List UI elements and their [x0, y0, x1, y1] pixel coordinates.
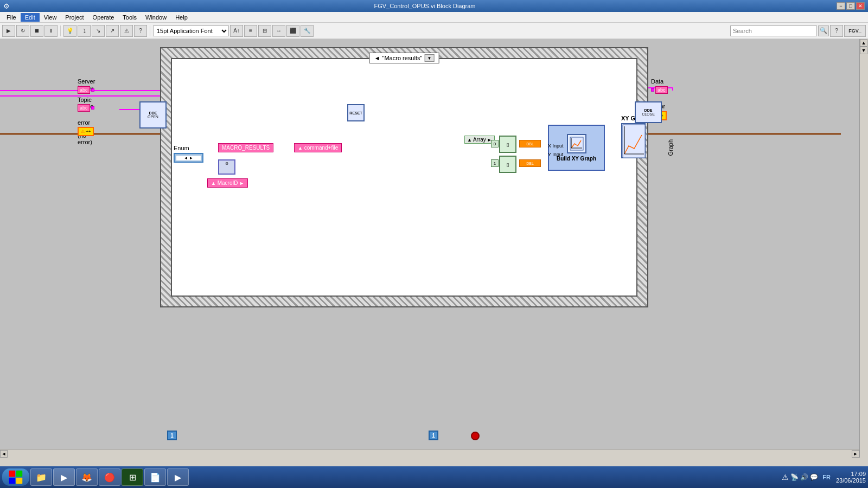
run-continuously-button[interactable]: ↻	[16, 25, 29, 37]
menu-project[interactable]: Project	[61, 13, 88, 22]
const-zero: 0	[491, 140, 499, 147]
data-port	[651, 88, 654, 92]
index-array-block-2: []	[499, 156, 516, 173]
y-input-label: Y Input	[548, 152, 563, 157]
macro-results-block: MACRO_RESULTS	[218, 143, 273, 152]
minimize-button[interactable]: −	[837, 2, 845, 10]
maximize-button[interactable]: □	[846, 2, 855, 10]
taskbar-play2[interactable]: ▶	[167, 468, 189, 486]
macroid-label: ▲ MacroID ►	[207, 178, 248, 188]
step-out-button[interactable]: ↗	[106, 25, 119, 37]
topic-name-port	[91, 106, 94, 110]
svg-rect-27	[9, 478, 15, 484]
canvas-area: ◄ "Macro results" ▼ MACRO_RESULTS ▲ comm…	[0, 39, 859, 458]
scroll-right-button[interactable]: ►	[852, 450, 859, 458]
taskbar-player[interactable]: ▶	[53, 468, 75, 486]
subvi-inner-block: ⚙	[218, 159, 235, 175]
tray-icon-3[interactable]: 🔊	[800, 473, 808, 481]
clock: 17:09 23/06/2015	[836, 471, 866, 484]
macro-header: ◄ "Macro results" ▼	[369, 53, 439, 63]
search-input[interactable]	[730, 25, 817, 36]
reorder-button[interactable]: ⬛	[286, 25, 299, 37]
scroll-up-button[interactable]: ▲	[860, 39, 867, 47]
system-tray: ⚠ 📡 🔊 💬	[782, 473, 818, 481]
enum-block: ◄ ►	[174, 153, 203, 163]
taskbar: 📁 ▶ 🦊 🔴 ⊞ 📄 ▶ ⚠ 📡 🔊 💬 FR 17:09 23/06/201…	[0, 466, 868, 488]
array-label: ▲ Array ►	[464, 136, 495, 144]
const-one: 1	[491, 159, 499, 167]
taskbar-pdf[interactable]: 📄	[144, 468, 166, 486]
macro-results-label: MACRO_RESULTS	[218, 143, 273, 152]
abort-button[interactable]: ⏹	[30, 25, 43, 37]
help-icon-button[interactable]: ?	[830, 25, 843, 37]
clock-time: 17:09	[836, 471, 866, 477]
reset-block: RESET	[347, 104, 365, 121]
stop-indicator	[471, 432, 480, 440]
position-indicator-center: 1	[429, 431, 438, 440]
fgv-label: FGV_	[844, 25, 866, 37]
step-into-button[interactable]: ↘	[92, 25, 105, 37]
font-size-up[interactable]: A↑	[230, 25, 243, 37]
tray-icon-1[interactable]: ⚠	[782, 473, 789, 481]
menu-tools[interactable]: Tools	[118, 13, 141, 22]
context-help-button[interactable]: ?	[134, 25, 147, 37]
tray-icon-4[interactable]: 💬	[810, 473, 818, 481]
window-title: FGV_Control_OPUS.vi Block Diagram	[13, 3, 837, 9]
svg-rect-28	[16, 478, 22, 484]
server-name-port	[91, 88, 94, 92]
search-button[interactable]: 🔍	[818, 25, 829, 36]
step-over-button[interactable]: ⤵	[78, 25, 91, 37]
warn-button[interactable]: ⚠	[120, 25, 133, 37]
svg-rect-26	[16, 471, 22, 477]
align-button[interactable]: ≡	[244, 25, 257, 37]
topic-name-indicator: abc	[78, 104, 94, 112]
main-diagram-block: ◄ "Macro results" ▼ MACRO_RESULTS ▲ comm…	[160, 47, 648, 307]
menu-window[interactable]: Window	[141, 13, 171, 22]
scrollbar-right[interactable]: ▲ ▼	[859, 39, 868, 458]
start-button[interactable]	[2, 468, 29, 486]
menu-view[interactable]: View	[40, 13, 61, 22]
dropdown-button[interactable]: ▼	[424, 54, 434, 62]
font-selector[interactable]: 15pt Application Font	[153, 25, 229, 36]
svg-rect-22	[623, 125, 645, 158]
taskbar-labview[interactable]: ⊞	[122, 468, 143, 486]
command-file-block: ▲ command+file	[294, 143, 342, 152]
xy-graph-block	[621, 123, 646, 158]
taskbar-edge[interactable]: 🔴	[99, 468, 120, 486]
position-indicator-left: 1	[167, 431, 177, 440]
to-double-block-1: DBL	[519, 140, 541, 147]
menu-help[interactable]: Help	[171, 13, 192, 22]
macro-title: "Macro results"	[382, 55, 423, 61]
distribute-button[interactable]: ⊟	[258, 25, 271, 37]
data-output: abc	[651, 86, 668, 94]
error-in-indicator: ⚠ + +	[78, 127, 94, 136]
dde-open-block: DDE OPEN	[139, 101, 167, 129]
separator-1	[60, 25, 61, 36]
clock-date: 23/06/2015	[836, 477, 866, 484]
taskbar-explorer[interactable]: 📁	[30, 468, 52, 486]
run-button[interactable]: ▶	[2, 25, 15, 37]
highlight-button[interactable]: 💡	[63, 25, 76, 37]
title-bar: ⚙ FGV_Control_OPUS.vi Block Diagram − □ …	[0, 0, 868, 12]
topic-name-value: abc	[78, 104, 90, 112]
cleanup-button[interactable]: 🔧	[301, 25, 314, 37]
menu-operate[interactable]: Operate	[88, 13, 119, 22]
app-icon: ⚙	[3, 2, 10, 10]
taskbar-firefox[interactable]: 🦊	[76, 468, 98, 486]
macroid-block: ▲ MacroID ►	[207, 178, 248, 188]
resize-button[interactable]: ↔	[272, 25, 285, 37]
tray-icon-2[interactable]: 📡	[790, 473, 799, 481]
pause-button[interactable]: ⏸	[44, 25, 58, 37]
menu-edit[interactable]: Edit	[21, 13, 40, 22]
menu-bar: File Edit View Project Operate Tools Win…	[0, 12, 868, 23]
separator-2	[150, 25, 150, 36]
scrollbar-bottom[interactable]: ◄ ►	[0, 449, 859, 458]
close-button[interactable]: ✕	[856, 2, 865, 10]
toolbar: ▶ ↻ ⏹ ⏸ 💡 ⤵ ↘ ↗ ⚠ ? 15pt Application Fon…	[0, 23, 868, 39]
scroll-down-button[interactable]: ▼	[860, 47, 867, 54]
graph-label: Graph	[667, 139, 674, 156]
server-name-value: abc	[78, 86, 90, 94]
window-controls: − □ ✕	[837, 2, 865, 10]
scroll-left-button[interactable]: ◄	[0, 450, 8, 458]
menu-file[interactable]: File	[2, 13, 21, 22]
